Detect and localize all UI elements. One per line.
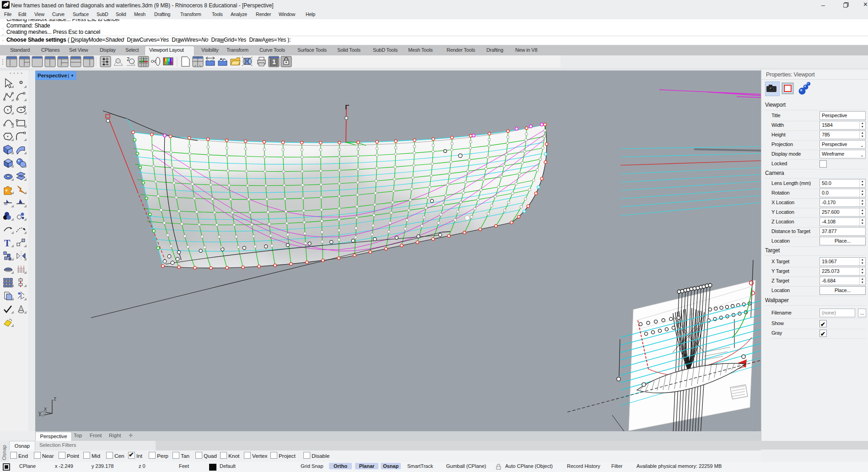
svg-text:x: x <box>44 405 47 412</box>
svg-text:z: z <box>54 395 57 402</box>
svg-text:y: y <box>38 409 42 416</box>
